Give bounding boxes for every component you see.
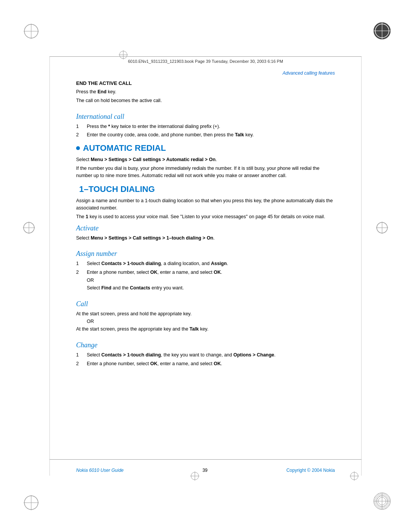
reg-mark-right: [375, 221, 389, 235]
automatic-redial-description: If the number you dial is busy, your pho…: [76, 165, 335, 179]
step-2: 2 Enter the country code, area code, and…: [76, 131, 335, 139]
reg-mark-bottom-right: [372, 491, 392, 511]
international-call-heading: International call: [76, 113, 335, 121]
reg-mark-top-right: [372, 21, 392, 41]
assign-number-steps: 1 Select Contacts > 1-touch dialing, a d…: [76, 260, 335, 276]
reg-mark-top-left: [23, 23, 40, 40]
footer-center: 39: [202, 468, 207, 473]
automatic-redial-heading: AUTOMATIC REDIAL: [76, 143, 335, 153]
assign-number-heading: Assign number: [76, 250, 335, 258]
one-touch-dialing-heading: 1–TOUCH DIALING: [76, 184, 335, 194]
call-heading: Call: [76, 300, 335, 308]
header-text: 6010.ENv1_9311233_121903.book Page 39 Tu…: [49, 59, 362, 64]
bullet-dot-redial: [76, 146, 80, 150]
change-heading: Change: [76, 341, 335, 349]
change-step-1: 1 Select Contacts > 1-touch dialing, the…: [76, 351, 335, 359]
section-label: Advanced calling features: [76, 70, 335, 76]
assign-step-2: 2 Enter a phone number, select OK, enter…: [76, 269, 335, 276]
activate-instruction: Select Menu > Settings > Call settings >…: [76, 235, 335, 242]
reg-mark-left: [22, 221, 36, 235]
one-touch-line2: The 1 key is used to access your voice m…: [76, 213, 335, 220]
call-or: OR: [87, 319, 335, 324]
footer-right: Copyright © 2004 Nokia: [286, 468, 335, 473]
one-touch-line1: Assign a name and number to a 1-touch di…: [76, 197, 335, 212]
international-call-steps: 1 Press the * key twice to enter the int…: [76, 123, 335, 139]
automatic-redial-instruction: Select Menu > Settings > Call settings >…: [76, 156, 335, 163]
end-active-call-line2: The call on hold becomes the active call…: [76, 97, 335, 104]
assign-step-1: 1 Select Contacts > 1-touch dialing, a d…: [76, 260, 335, 267]
call-line1: At the start screen, press and hold the …: [76, 310, 335, 318]
vline-left: [49, 56, 50, 476]
reg-mark-top-center-left: [118, 50, 129, 60]
assign-or-text: Select Find and the Contacts entry you w…: [87, 284, 335, 292]
end-active-call-heading: END THE ACTIVE CALL: [76, 80, 335, 86]
change-step-2: 2 Enter a phone number, select OK, enter…: [76, 360, 335, 367]
reg-mark-bottom-left: [23, 494, 40, 511]
change-steps: 1 Select Contacts > 1-touch dialing, the…: [76, 351, 335, 367]
hline-bottom: [49, 459, 362, 460]
footer-left: Nokia 6010 User Guide: [76, 468, 124, 473]
reg-mark-bottom-right-2: [349, 471, 360, 481]
page: 6010.ENv1_9311233_121903.book Page 39 Tu…: [0, 0, 411, 532]
header-book-info: 6010.ENv1_9311233_121903.book Page 39 Tu…: [128, 59, 283, 64]
vline-right: [361, 56, 362, 476]
footer: Nokia 6010 User Guide 39 Copyright © 200…: [76, 468, 335, 473]
activate-heading: Activate: [76, 224, 335, 232]
content-area: Advanced calling features END THE ACTIVE…: [76, 70, 335, 456]
end-active-call-line1: Press the End key.: [76, 88, 335, 96]
hline-top: [49, 56, 362, 57]
call-line2: At the start screen, press the appropria…: [76, 326, 335, 333]
assign-or: OR: [87, 278, 335, 283]
step-1: 1 Press the * key twice to enter the int…: [76, 123, 335, 130]
